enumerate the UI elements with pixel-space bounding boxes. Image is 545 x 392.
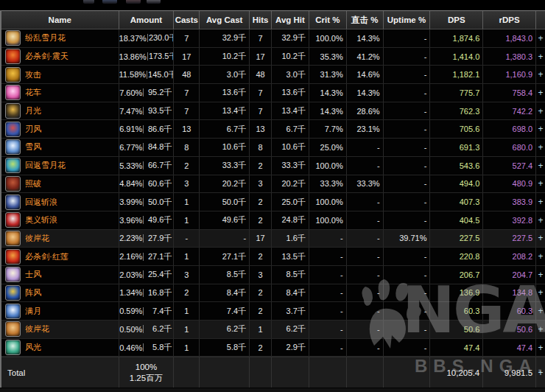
column-header-amount[interactable]: Amount bbox=[119, 11, 175, 29]
uptime-percent-cell: - bbox=[384, 248, 431, 265]
expand-row-button[interactable]: + bbox=[536, 175, 545, 193]
expand-row-button[interactable]: + bbox=[536, 139, 545, 156]
column-header-casts[interactable]: Casts bbox=[174, 11, 200, 29]
column-header-dps[interactable]: DPS bbox=[430, 11, 483, 29]
ability-row[interactable]: 满月 0.59% 7.4千 1 7.4千 2 3.7千 - - - 60.3 6… bbox=[1, 302, 545, 321]
ability-row[interactable]: 月光 7.47% 93.5千 7 13.4千 7 13.4千 14.3% 28.… bbox=[1, 102, 545, 121]
rdps-value-cell: 680.0 bbox=[483, 139, 536, 156]
direct-hit-percent-cell: - bbox=[347, 248, 384, 265]
expand-row-button[interactable]: + bbox=[536, 230, 545, 248]
expand-row-button[interactable]: + bbox=[536, 284, 545, 302]
ability-name-cell[interactable]: 花车 bbox=[1, 84, 119, 102]
ability-name-cell[interactable]: 纷乱雪月花 bbox=[1, 29, 119, 47]
expand-row-button[interactable]: + bbox=[536, 339, 545, 357]
amount-value: 84.8千 bbox=[144, 141, 172, 153]
cropped-toolbar-button[interactable] bbox=[102, 0, 117, 4]
ability-row[interactable]: 攻击 11.58% 145.0千 48 3.0千 48 3.0千 31.3% 1… bbox=[1, 66, 545, 84]
column-header-uptime[interactable]: Uptime % bbox=[384, 11, 431, 29]
ability-name-cell[interactable]: 彼岸花 bbox=[1, 230, 119, 248]
expand-row-button[interactable]: + bbox=[536, 266, 545, 284]
total-amount-value: 1.25百万 bbox=[130, 373, 163, 384]
cropped-toolbar-button[interactable] bbox=[147, 0, 161, 4]
ability-row[interactable]: 回返斩浪 3.99% 50.0千 1 50.0千 2 25.0千 100.0% … bbox=[1, 193, 545, 211]
column-header-directhit[interactable]: 直击 % bbox=[347, 11, 384, 29]
avg-cast-cell: 33.3千 bbox=[200, 157, 250, 175]
column-header-rdps[interactable]: rDPS bbox=[483, 11, 536, 29]
amount-separator bbox=[147, 71, 147, 79]
expand-row-button[interactable]: + bbox=[536, 157, 545, 175]
ability-row[interactable]: 士风 2.03% 25.4千 3 8.5千 3 8.5千 - - - 206.7… bbox=[1, 266, 545, 284]
amount-percent: 2.23% bbox=[119, 234, 143, 242]
column-header-avghit[interactable]: Avg Hit bbox=[272, 11, 309, 29]
expand-row-button[interactable]: + bbox=[536, 248, 545, 265]
ability-row[interactable]: 阵风 1.34% 16.8千 2 8.4千 2 8.4千 - - - 136.9… bbox=[1, 284, 545, 303]
amount-value: 27.1千 bbox=[144, 251, 172, 262]
column-header-crit[interactable]: Crit % bbox=[309, 11, 347, 29]
rdps-value-cell: 227.5 bbox=[483, 230, 536, 248]
ability-row[interactable]: 必杀剑·震天 13.86% 173.5千 17 10.2千 17 10.2千 3… bbox=[1, 48, 545, 66]
column-header-avgcast[interactable]: Avg Cast bbox=[200, 11, 250, 29]
amount-separator bbox=[143, 161, 144, 169]
expand-row-button[interactable]: + bbox=[536, 302, 545, 320]
ability-row[interactable]: 花车 7.60% 95.2千 7 13.6千 7 13.6千 14.3% 14.… bbox=[1, 84, 545, 102]
ability-row[interactable]: 彼岸花 0.50% 6.2千 1 6.2千 1 6.2千 - - - 50.6 … bbox=[1, 321, 545, 339]
ability-row[interactable]: 风光 0.46% 5.8千 1 5.8千 2 2.9千 - - - 47.4 4… bbox=[1, 339, 545, 357]
cropped-toolbar-button[interactable] bbox=[126, 0, 141, 4]
rdps-value-cell: 698.0 bbox=[483, 120, 536, 138]
expand-row-button[interactable]: + bbox=[536, 84, 545, 102]
ability-name-cell[interactable]: 彼岸花 bbox=[1, 321, 119, 338]
avg-cast-cell: 8.4千 bbox=[200, 284, 250, 302]
ability-name-cell[interactable]: 阵风 bbox=[1, 284, 119, 302]
casts-cell: 1 bbox=[174, 339, 200, 357]
expand-row-button[interactable]: + bbox=[536, 48, 545, 66]
ability-name-cell[interactable]: 雪风 bbox=[1, 139, 119, 156]
ability-row[interactable]: 必杀剑·红莲 2.16% 27.1千 1 27.1千 2 13.5千 - - -… bbox=[1, 248, 545, 266]
ability-row[interactable]: 奥义斩浪 3.96% 49.6千 1 49.6千 2 24.8千 100.0% … bbox=[1, 211, 545, 230]
expand-row-button[interactable]: + bbox=[536, 29, 545, 47]
expand-row-button[interactable]: + bbox=[536, 66, 545, 83]
ability-name-label: 回返雪月花 bbox=[25, 160, 66, 171]
amount-cell: 2.03% 25.4千 bbox=[119, 266, 175, 284]
expand-row-button[interactable]: + bbox=[536, 211, 545, 229]
amount-separator bbox=[143, 289, 144, 297]
ability-name-cell[interactable]: 刃风 bbox=[1, 120, 119, 138]
amount-percent: 0.46% bbox=[119, 343, 143, 352]
ability-name-cell[interactable]: 必杀剑·震天 bbox=[1, 48, 119, 66]
ability-name-cell[interactable]: 回返雪月花 bbox=[1, 157, 119, 175]
cropped-toolbar-button[interactable] bbox=[83, 0, 94, 4]
ability-row[interactable]: 纷乱雪月花 18.37% 230.0千 7 32.9千 7 32.9千 100.… bbox=[1, 29, 545, 48]
ability-row[interactable]: 刃风 6.91% 86.6千 13 6.7千 13 6.7千 7.7% 23.1… bbox=[1, 120, 545, 139]
ability-name-cell[interactable]: 月光 bbox=[1, 102, 119, 120]
ability-name-cell[interactable]: 士风 bbox=[1, 266, 119, 284]
ability-row[interactable]: 彼岸花 2.23% 27.9千 - - 17 1.6千 - - 39.71% 2… bbox=[1, 230, 545, 248]
avg-hit-cell: 1.6千 bbox=[272, 230, 309, 248]
crit-percent-cell: 14.3% bbox=[309, 102, 347, 120]
ability-name-cell[interactable]: 风光 bbox=[1, 339, 119, 357]
dps-value-cell: 404.5 bbox=[430, 211, 483, 229]
total-expand-button[interactable]: + bbox=[536, 357, 545, 388]
expand-row-button[interactable]: + bbox=[536, 193, 545, 211]
landscape-wind-skill-icon bbox=[5, 340, 21, 355]
total-hits-cell bbox=[250, 357, 272, 388]
avg-cast-cell: 10.2千 bbox=[200, 48, 250, 66]
expand-row-button[interactable]: + bbox=[536, 102, 545, 120]
ability-name-cell[interactable]: 满月 bbox=[1, 302, 119, 320]
ability-name-cell[interactable]: 攻击 bbox=[1, 66, 119, 83]
uptime-percent-cell: 39.71% bbox=[384, 230, 431, 248]
ability-row[interactable]: 照破 4.84% 60.6千 3 20.2千 3 20.2千 33.3% 33.… bbox=[1, 175, 545, 194]
expand-row-button[interactable]: + bbox=[536, 321, 545, 338]
ability-name-cell[interactable]: 必杀剑·红莲 bbox=[1, 248, 119, 265]
ability-name-cell[interactable]: 奥义斩浪 bbox=[1, 211, 119, 229]
avg-cast-cell: 50.0千 bbox=[200, 193, 250, 211]
ability-name-cell[interactable]: 照破 bbox=[1, 175, 119, 193]
ability-name-cell[interactable]: 回返斩浪 bbox=[1, 193, 119, 211]
column-header-name[interactable]: Name bbox=[1, 11, 119, 29]
crescent-moon-skill-icon bbox=[5, 103, 21, 119]
column-header-hits[interactable]: Hits bbox=[250, 11, 272, 29]
ability-row[interactable]: 回返雪月花 5.33% 66.7千 2 33.3千 2 33.3千 100.0%… bbox=[1, 157, 545, 175]
amount-percent: 3.96% bbox=[119, 216, 143, 225]
expand-row-button[interactable]: + bbox=[536, 120, 545, 138]
amount-cell: 13.86% 173.5千 bbox=[119, 48, 175, 66]
avg-cast-cell: 7.4千 bbox=[200, 302, 250, 320]
ability-row[interactable]: 雪风 6.77% 84.8千 8 10.6千 8 10.6千 25.0% - -… bbox=[1, 139, 545, 157]
